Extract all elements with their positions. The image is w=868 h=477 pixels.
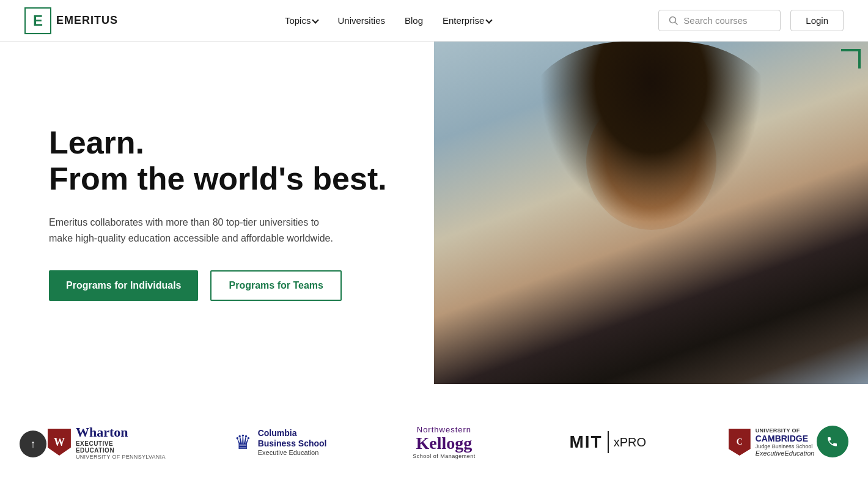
hero-buttons: Programs for Individuals Programs for Te…	[49, 270, 397, 301]
hero-image	[434, 42, 868, 384]
mit-logo: MIT xPRO	[559, 421, 657, 464]
mit-divider	[608, 431, 609, 453]
columbia-name-text: ColumbiaBusiness School	[258, 428, 327, 449]
search-input[interactable]: Search courses	[658, 10, 781, 31]
login-button[interactable]: Login	[790, 10, 844, 31]
svg-line-1	[675, 22, 678, 24]
logo-letter: E	[33, 12, 43, 29]
wharton-sub1: EXECUTIVE	[76, 440, 166, 447]
hero-left: Learn. From the world's best. Emeritus c…	[0, 42, 434, 384]
hero-headline: Learn. From the world's best.	[49, 125, 397, 198]
columbia-sub-text: Executive Education	[258, 449, 327, 456]
wharton-sub3: UNIVERSITY OF PENNSYLVANIA	[76, 454, 166, 460]
kellogg-logo: Northwestern Kellogg School of Managemen…	[395, 421, 493, 464]
kellogg-name-text: Kellogg	[416, 434, 473, 453]
wharton-name-text: Wharton	[76, 424, 166, 440]
search-placeholder: Search courses	[683, 15, 747, 26]
chat-button[interactable]	[817, 426, 848, 457]
mit-xpro-text: xPRO	[614, 435, 646, 449]
mit-name-text: MIT	[569, 432, 602, 452]
programs-teams-button[interactable]: Programs for Teams	[210, 270, 341, 301]
cambridge-exec-text: ExecutiveEducation	[756, 449, 815, 457]
nav-universities[interactable]: Universities	[337, 15, 385, 26]
nav-links: Topics Universities Blog Enterprise	[285, 15, 491, 26]
svg-point-0	[670, 17, 676, 23]
navbar: E EMERITUS Topics Universities Blog Ente…	[0, 0, 868, 42]
hero-subtitle: Emeritus collaborates with more than 80 …	[49, 215, 342, 246]
cambridge-uni-text: UNIVERSITY OF	[756, 427, 815, 434]
logo-box: E	[24, 7, 51, 34]
hero-right	[434, 42, 868, 384]
wharton-shield-icon: W	[48, 429, 71, 456]
nav-enterprise[interactable]: Enterprise	[443, 15, 491, 26]
chevron-down-icon	[312, 17, 319, 23]
cambridge-logo: C UNIVERSITY OF CAMBRIDGE Judge Business…	[723, 421, 820, 464]
university-logos: W Wharton EXECUTIVE EDUCATION UNIVERSITY…	[24, 421, 844, 464]
chevron-down-icon	[486, 17, 493, 23]
cambridge-name-text: CAMBRIDGE	[756, 434, 815, 444]
kellogg-top-text: Northwestern	[417, 425, 471, 434]
wharton-logo: W Wharton EXECUTIVE EDUCATION UNIVERSITY…	[48, 421, 166, 464]
nav-blog[interactable]: Blog	[405, 15, 423, 26]
columbia-logo: ♛ ColumbiaBusiness School Executive Educ…	[232, 421, 329, 464]
cambridge-shield-icon: C	[729, 429, 751, 456]
kellogg-sub-text: School of Management	[413, 453, 476, 459]
logo-text: EMERITUS	[56, 14, 118, 27]
hero-section: Learn. From the world's best. Emeritus c…	[0, 42, 868, 384]
columbia-crown-icon: ♛	[234, 431, 252, 454]
phone-icon	[825, 434, 840, 449]
scroll-up-button[interactable]: ↑	[20, 431, 46, 457]
wharton-sub2: EDUCATION	[76, 447, 166, 454]
universities-section: W Wharton EXECUTIVE EDUCATION UNIVERSITY…	[0, 384, 868, 477]
nav-right: Search courses Login	[658, 10, 844, 31]
search-icon	[669, 16, 679, 26]
logo-link[interactable]: E EMERITUS	[24, 7, 118, 34]
corner-bracket-decoration	[841, 49, 861, 68]
cambridge-school-text: Judge Business School	[756, 443, 815, 449]
programs-individuals-button[interactable]: Programs for Individuals	[49, 270, 198, 301]
nav-topics[interactable]: Topics	[285, 15, 318, 26]
